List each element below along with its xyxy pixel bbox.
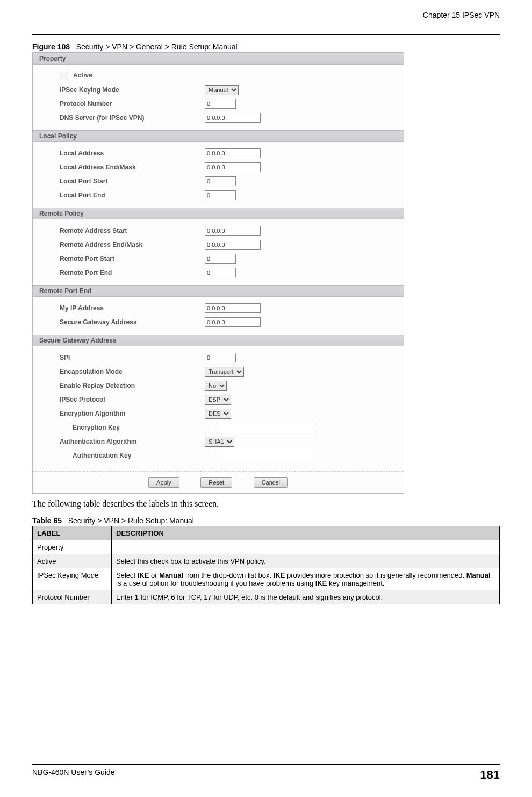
- table-cell-desc: Select IKE or Manual from the drop-down …: [112, 568, 500, 590]
- table-cell-desc: Enter 1 for ICMP, 6 for TCP, 17 for UDP,…: [112, 590, 500, 604]
- table-label: Table 65: [32, 516, 62, 525]
- footer-guide: NBG-460N User’s Guide: [32, 768, 115, 782]
- dns-input[interactable]: [205, 113, 261, 123]
- encap-select[interactable]: Transport: [205, 367, 244, 377]
- local-endmask-input[interactable]: [205, 162, 261, 172]
- figure-caption: Figure 108 Security > VPN > General > Ru…: [32, 42, 500, 51]
- enckey-label: Encryption Key: [60, 424, 218, 431]
- remote-port-start-input[interactable]: [205, 254, 236, 264]
- local-addr-label: Local Address: [60, 150, 205, 157]
- replay-select[interactable]: No: [205, 381, 227, 391]
- section-header-secure-gateway: Secure Gateway Address: [33, 335, 404, 346]
- figure-label: Figure 108: [32, 42, 70, 51]
- remote-endmask-label: Remote Address End/Mask: [60, 241, 205, 248]
- ipsec-mode-select[interactable]: Manual: [205, 85, 239, 95]
- header-rule: [32, 34, 500, 35]
- encalg-label: Encryption Algorithm: [60, 410, 205, 417]
- active-checkbox[interactable]: [60, 72, 68, 80]
- replay-label: Enable Replay Detection: [60, 382, 205, 389]
- local-port-end-input[interactable]: [205, 190, 236, 200]
- description-table: LABEL DESCRIPTION PropertyActiveSelect t…: [32, 526, 500, 604]
- section-header-remote-policy: Remote Policy: [33, 208, 404, 219]
- table-row: Protocol NumberEnter 1 for ICMP, 6 for T…: [33, 590, 500, 604]
- footer-page-number: 181: [480, 768, 500, 782]
- section-header-local-policy: Local Policy: [33, 130, 404, 142]
- intro-text: The following table describes the labels…: [32, 499, 500, 509]
- section-header-property: Property: [33, 53, 404, 65]
- local-port-start-input[interactable]: [205, 176, 236, 186]
- ipsec-mode-label: IPSec Keying Mode: [60, 86, 205, 94]
- enckey-input[interactable]: [218, 423, 314, 432]
- table-caption: Table 65 Security > VPN > Rule Setup: Ma…: [32, 516, 500, 525]
- local-port-start-label: Local Port Start: [60, 177, 205, 185]
- local-endmask-label: Local Address End/Mask: [60, 163, 205, 171]
- spi-input[interactable]: [205, 353, 236, 362]
- encap-label: Encapsulation Mode: [60, 368, 205, 375]
- screenshot-panel: Property Active IPSec Keying Mode Manual…: [32, 52, 404, 494]
- table-cell-label: Active: [33, 554, 112, 568]
- table-cell-desc: Select this check box to activate this V…: [112, 554, 500, 568]
- remote-addr-label: Remote Address Start: [60, 227, 205, 234]
- table-cell-label: Property: [33, 540, 112, 554]
- th-desc: DESCRIPTION: [112, 526, 500, 540]
- gateway-label: Secure Gateway Address: [60, 318, 205, 326]
- protocol-input[interactable]: [205, 99, 236, 109]
- remote-addr-input[interactable]: [205, 226, 261, 236]
- myip-input[interactable]: [205, 303, 261, 313]
- table-row: Property: [33, 540, 500, 554]
- th-label: LABEL: [33, 526, 112, 540]
- table-cell-label: Protocol Number: [33, 590, 112, 604]
- spi-label: SPI: [60, 354, 205, 361]
- figure-title: Security > VPN > General > Rule Setup: M…: [76, 42, 238, 51]
- myip-label: My IP Address: [60, 304, 205, 312]
- active-checkbox-row: Active: [60, 72, 205, 80]
- remote-endmask-input[interactable]: [205, 240, 261, 250]
- authalg-label: Authentication Algorithm: [60, 438, 205, 445]
- table-row: ActiveSelect this check box to activate …: [33, 554, 500, 568]
- table-row: IPSec Keying ModeSelect IKE or Manual fr…: [33, 568, 500, 590]
- authalg-select[interactable]: SHA1: [205, 437, 234, 447]
- local-port-end-label: Local Port End: [60, 191, 205, 199]
- table-cell-label: IPSec Keying Mode: [33, 568, 112, 590]
- ipsec-proto-label: IPSec Protocol: [60, 396, 205, 403]
- remote-port-end-label: Remote Port End: [60, 269, 205, 276]
- reset-button[interactable]: Reset: [200, 477, 232, 488]
- local-addr-input[interactable]: [205, 148, 261, 158]
- table-title: Security > VPN > Rule Setup: Manual: [68, 516, 194, 525]
- page-footer: NBG-460N User’s Guide 181: [32, 764, 500, 782]
- active-label: Active: [73, 72, 92, 79]
- dns-label: DNS Server (for IPSec VPN): [60, 114, 205, 122]
- authkey-input[interactable]: [218, 451, 314, 460]
- ipsec-proto-select[interactable]: ESP: [205, 395, 231, 405]
- gateway-input[interactable]: [205, 317, 261, 327]
- apply-button[interactable]: Apply: [148, 477, 179, 488]
- cancel-button[interactable]: Cancel: [254, 477, 288, 488]
- encalg-select[interactable]: DES: [205, 409, 231, 419]
- chapter-header: Chapter 15 IPSec VPN: [32, 11, 500, 19]
- section-header-remote-port-end: Remote Port End: [33, 285, 404, 297]
- authkey-label: Authentication Key: [60, 452, 218, 459]
- table-cell-desc: [112, 540, 500, 554]
- protocol-label: Protocol Number: [60, 100, 205, 108]
- remote-port-start-label: Remote Port Start: [60, 255, 205, 262]
- remote-port-end-input[interactable]: [205, 268, 236, 277]
